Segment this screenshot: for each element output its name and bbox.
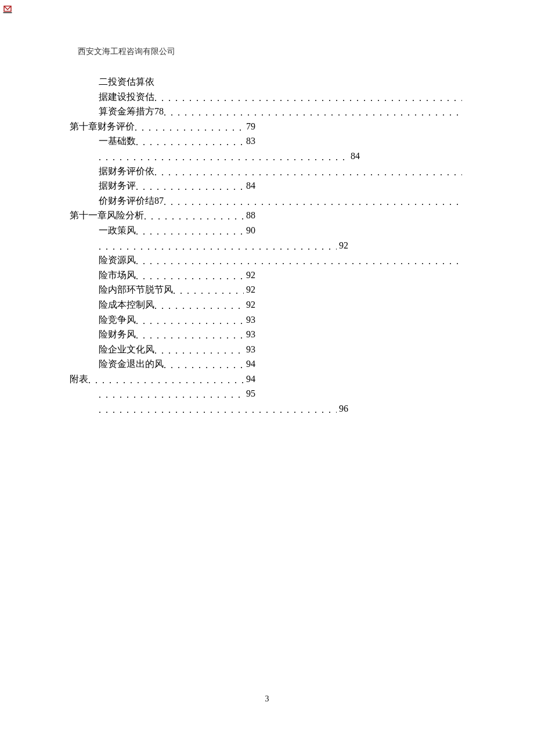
toc-line: 险内部环节脱节风92	[70, 282, 464, 297]
toc-label: 据建设投资估	[99, 89, 154, 105]
toc-label: 险财务风	[99, 327, 136, 342]
toc-label: 险企业文化风	[99, 342, 154, 357]
toc-line: 算资金筹措方78	[70, 104, 464, 119]
page-body: 西安文海工程咨询有限公司 二投资估算依据建设投资估算资金筹措方78第十章财务评价…	[70, 46, 464, 416]
toc-leader-dots	[99, 150, 348, 164]
toc-label: 一政策风	[99, 223, 136, 238]
toc-label: 附表	[70, 372, 88, 387]
toc-label: 据财务评价依	[99, 164, 154, 179]
toc-leader-dots	[154, 298, 244, 312]
toc-leader-dots	[136, 224, 244, 238]
toc-line: 价财务评价结87	[70, 193, 464, 208]
toc-leader-dots	[164, 358, 244, 372]
toc-page-number: 83	[244, 134, 255, 149]
toc-line: 险市场风92	[70, 268, 464, 283]
toc-leader-dots	[136, 179, 244, 193]
toc-page-number: 92	[337, 238, 348, 253]
table-of-contents: 二投资估算依据建设投资估算资金筹措方78第十章财务评价79一基础数8384据财务…	[70, 74, 464, 416]
toc-leader-dots	[99, 387, 244, 401]
toc-leader-dots	[136, 135, 244, 149]
toc-line: 96	[70, 401, 464, 416]
toc-leader-dots	[136, 328, 244, 342]
toc-page-number: 92	[244, 297, 255, 312]
toc-page-number: 88	[244, 208, 255, 223]
toc-leader-dots	[135, 120, 244, 134]
toc-page-number: 94	[244, 357, 255, 372]
toc-label: 险成本控制风	[99, 297, 154, 312]
toc-line: 险竞争风93	[70, 312, 464, 327]
toc-page-number: 94	[244, 372, 255, 387]
toc-label: 二投资估算依	[99, 74, 154, 89]
toc-label: 价财务评价结87	[99, 193, 164, 208]
toc-label: 据财务评	[99, 178, 136, 193]
toc-leader-dots	[173, 283, 244, 297]
brand-logo-icon	[2, 3, 13, 14]
toc-page-number: 79	[244, 119, 255, 134]
toc-line: 92	[70, 238, 464, 253]
svg-rect-1	[3, 12, 12, 13]
toc-page-number: 93	[244, 312, 255, 327]
toc-label: 算资金筹措方78	[99, 104, 164, 119]
toc-line: 据财务评价依	[70, 164, 464, 179]
toc-leader-dots	[154, 165, 462, 179]
company-header: 西安文海工程咨询有限公司	[78, 46, 464, 57]
toc-leader-dots	[136, 254, 462, 268]
toc-page-number: 95	[244, 386, 255, 401]
toc-line: 附表94	[70, 372, 464, 387]
toc-page-number: 92	[244, 282, 255, 297]
toc-page-number: 93	[244, 327, 255, 342]
toc-label: 险市场风	[99, 268, 136, 283]
toc-line: 一基础数83	[70, 134, 464, 149]
toc-label: 险资源风	[99, 253, 136, 268]
toc-label: 第十章财务评价	[70, 119, 135, 134]
toc-label: 险竞争风	[99, 312, 136, 327]
toc-page-number: 93	[244, 342, 255, 357]
toc-line: 84	[70, 149, 464, 164]
toc-leader-dots	[154, 91, 462, 105]
toc-line: 一政策风90	[70, 223, 464, 238]
toc-label: 险内部环节脱节风	[99, 282, 173, 297]
toc-leader-dots	[164, 195, 462, 208]
toc-line: 据建设投资估	[70, 89, 464, 105]
toc-line: 险企业文化风93	[70, 342, 464, 357]
toc-line: 险财务风93	[70, 327, 464, 342]
toc-leader-dots	[136, 269, 244, 283]
toc-label: 险资金退出的风	[99, 357, 164, 372]
toc-leader-dots	[164, 105, 462, 119]
toc-leader-dots	[88, 373, 244, 387]
toc-page-number: 92	[244, 268, 255, 283]
page-number: 3	[0, 694, 534, 704]
toc-leader-dots	[136, 314, 244, 327]
toc-leader-dots	[99, 402, 337, 416]
toc-line: 险资金退出的风94	[70, 357, 464, 372]
toc-page-number: 84	[348, 149, 360, 164]
toc-page-number: 90	[244, 223, 255, 238]
toc-page-number: 84	[244, 178, 255, 193]
toc-line: 二投资估算依	[70, 74, 464, 89]
toc-label: 一基础数	[99, 134, 136, 149]
toc-line: 第十章财务评价79	[70, 119, 464, 134]
toc-leader-dots	[144, 209, 244, 223]
toc-line: 据财务评84	[70, 178, 464, 193]
toc-line: 第十一章风险分析88	[70, 208, 464, 223]
toc-line: 险资源风	[70, 253, 464, 268]
toc-page-number: 96	[337, 401, 348, 416]
toc-leader-dots	[99, 239, 337, 253]
toc-leader-dots	[154, 343, 244, 357]
toc-line: 险成本控制风92	[70, 297, 464, 312]
toc-label: 第十一章风险分析	[70, 208, 144, 223]
toc-line: 95	[70, 386, 464, 401]
